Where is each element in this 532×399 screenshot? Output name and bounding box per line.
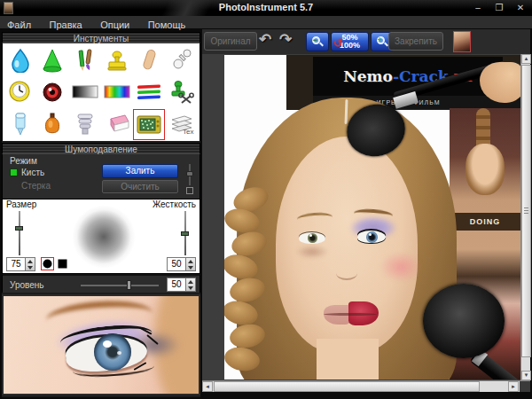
opacity-slider[interactable]	[185, 164, 194, 194]
vertical-scroll-grip	[524, 207, 528, 214]
glamour-bottle-tool-icon[interactable]	[37, 110, 67, 139]
zoom-out-sign: −	[313, 35, 317, 44]
zoom-in-handle	[384, 42, 388, 46]
apply-button: Закрепить	[388, 32, 443, 51]
clear-button: Очистить	[102, 180, 178, 193]
level-spinner-arrows[interactable]	[186, 278, 196, 292]
scroll-up-icon[interactable]: ▲	[521, 54, 531, 64]
blush-makeup	[380, 252, 421, 282]
level-down-icon[interactable]	[188, 286, 193, 290]
horizontal-scrollbar[interactable]: ◄ ►	[202, 380, 530, 392]
tube-tool-icon[interactable]	[5, 110, 35, 139]
pencil-brush-tool-icon[interactable]	[70, 46, 100, 75]
vertical-scroll-thumb[interactable]	[521, 65, 531, 357]
lip-line	[324, 313, 377, 316]
liquify-drop-tool-icon[interactable]	[5, 46, 35, 75]
level-spinner: 50	[167, 278, 196, 292]
redo-icon[interactable]: ↷	[279, 30, 292, 49]
size-spinner-arrows[interactable]	[26, 257, 35, 271]
zoom-out-icon: −	[312, 36, 324, 48]
hardness-spinner-arrows[interactable]	[186, 257, 196, 271]
menu-edit[interactable]: Правка	[43, 19, 90, 30]
size-slider-thumb[interactable]	[15, 226, 23, 231]
eraser-tool-icon[interactable]	[102, 110, 132, 139]
eye-preview-image	[2, 294, 200, 395]
noise-header: Шумоподавление	[2, 143, 200, 154]
cone-tool-icon[interactable]	[37, 46, 67, 75]
size-down-icon[interactable]	[27, 266, 33, 270]
vertical-scrollbar[interactable]: ▲ ▼	[520, 54, 530, 380]
menu-file[interactable]: Файл	[0, 19, 38, 30]
maximize-button[interactable]: ❐	[493, 3, 505, 13]
menu-bar: Файл Правка Опции Помощь	[0, 16, 532, 29]
left-eye-glint	[309, 234, 312, 237]
level-label: Уровень	[10, 280, 44, 290]
scroll-left-icon[interactable]: ◄	[202, 381, 213, 392]
brush-label[interactable]: Кисть	[21, 168, 44, 177]
layers-text-label: Tex	[183, 128, 193, 136]
original-button: Оригинал	[204, 32, 257, 51]
zoom-in-icon: +	[377, 36, 388, 48]
history-clock-tool-icon[interactable]	[5, 78, 35, 107]
hardness-slider-thumb[interactable]	[181, 231, 189, 236]
layers-text-tool-icon[interactable]: Tex	[167, 110, 197, 139]
stamp-tool-icon[interactable]	[102, 46, 132, 75]
right-eye-glint	[369, 233, 372, 236]
brush-preview-area: Размер Жесткость 75	[2, 199, 200, 274]
size-slider-track	[19, 211, 20, 255]
grayscale-gradient-tool-icon[interactable]	[70, 78, 100, 107]
hardness-down-icon[interactable]	[188, 266, 193, 270]
pattern-stamp-scissors-tool-icon[interactable]	[167, 78, 197, 107]
source-thumbnail[interactable]	[453, 31, 471, 52]
horizontal-scroll-thumb[interactable]	[214, 381, 480, 392]
opacity-slider-box	[186, 187, 193, 194]
undo-icon[interactable]: ↶	[259, 30, 271, 49]
canvas-area: Nemo-Crack.ru СОФТ ИГРЫ ФИЛЬМ DOING	[202, 54, 530, 380]
zoom-reset-button[interactable]: ↻ 50% 100%	[331, 32, 369, 51]
size-up-icon[interactable]	[27, 260, 33, 263]
zoom-out-button[interactable]: −	[306, 32, 329, 51]
right-iris	[366, 231, 378, 243]
hardness-spinner: 50	[167, 257, 196, 271]
level-slider[interactable]	[81, 285, 159, 286]
model-neck	[317, 339, 379, 379]
mode-area: Режим Кисть Стерка Залить Очистить	[2, 154, 200, 199]
bottom-makeup-brush	[423, 284, 505, 358]
left-panel: Инструменты	[2, 32, 200, 397]
denoise-tv-tool-icon[interactable]	[134, 110, 164, 139]
level-value[interactable]: 50	[167, 278, 186, 292]
photo-canvas[interactable]: Nemo-Crack.ru СОФТ ИГРЫ ФИЛЬМ DOING	[224, 55, 520, 379]
menu-options[interactable]: Опции	[93, 19, 137, 30]
brush-softness-preview	[72, 205, 136, 269]
photoinstrument-window: PhotoInstrument 5.7 – ❐ ✕ Файл Правка Оп…	[0, 0, 532, 399]
brush-checkbox[interactable]	[10, 168, 18, 176]
round-brush-shape-button[interactable]	[42, 258, 53, 270]
square-brush-shape-button[interactable]	[57, 258, 68, 270]
clone-tool-icon[interactable]	[167, 46, 197, 75]
menu-help[interactable]: Помощь	[141, 19, 193, 30]
tools-header: Инструменты	[2, 32, 200, 43]
opacity-slider-thumb[interactable]	[186, 171, 193, 176]
hardness-slider[interactable]	[181, 211, 189, 255]
model-nose	[336, 266, 357, 280]
close-button[interactable]: ✕	[514, 3, 527, 13]
scroll-right-icon[interactable]: ►	[508, 381, 519, 392]
level-up-icon[interactable]	[188, 280, 193, 284]
minimize-button[interactable]: –	[472, 3, 484, 13]
rainbow-gradient-tool-icon[interactable]	[102, 78, 132, 107]
fill-button[interactable]: Залить	[102, 164, 178, 178]
lamp-tool-icon[interactable]	[70, 110, 100, 139]
hardness-up-icon[interactable]	[188, 260, 193, 263]
size-label: Размер	[6, 200, 36, 209]
size-value[interactable]: 75	[6, 257, 26, 271]
model-braid	[224, 188, 272, 379]
size-slider[interactable]	[15, 211, 23, 255]
scroll-down-icon[interactable]: ▼	[521, 371, 531, 380]
red-eye-tool-icon[interactable]	[37, 78, 67, 107]
size-spinner: 75	[6, 257, 35, 271]
color-levels-tool-icon[interactable]	[134, 78, 164, 107]
smudge-finger-tool-icon[interactable]	[134, 46, 164, 75]
level-row: Уровень 50	[2, 274, 200, 293]
level-slider-thumb[interactable]	[127, 280, 131, 290]
hardness-value[interactable]: 50	[167, 257, 186, 271]
